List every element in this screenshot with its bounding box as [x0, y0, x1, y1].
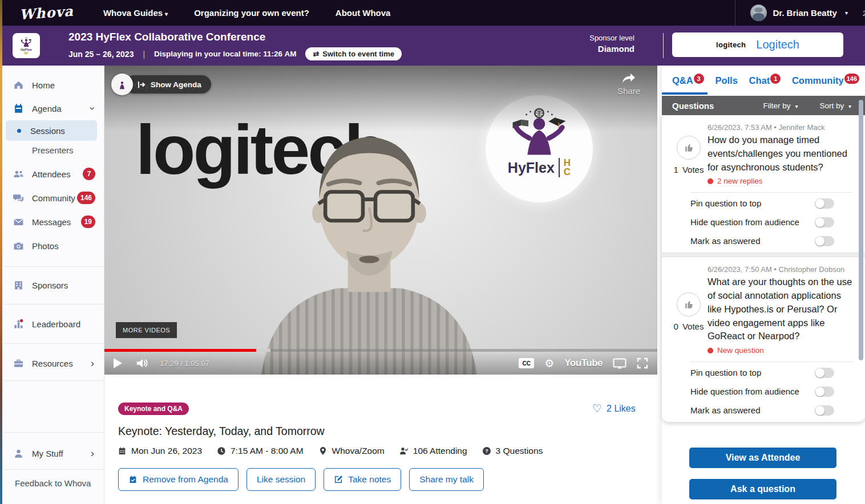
feedback-link[interactable]: Feedback to Whova — [15, 478, 91, 488]
question-meta: 6/26/2023, 7:53 AM • Jennifer Mack — [708, 123, 856, 132]
sidebar-item-home[interactable]: Home — [2, 75, 103, 95]
question-circle-icon: ? — [482, 446, 491, 456]
divider — [5, 304, 104, 304]
cast-icon[interactable] — [613, 358, 626, 369]
event-header: HyFlex HC 2023 HyFlex Collaborative Conf… — [0, 26, 865, 66]
sidebar-item-resources[interactable]: Resources › — [2, 353, 103, 373]
event-subheader: Jun 25 – 26, 2023 | Displaying in your l… — [68, 47, 402, 60]
more-videos-button[interactable]: MORE VIDEOS — [116, 322, 177, 338]
channel-avatar[interactable] — [111, 74, 133, 95]
take-notes-button[interactable]: Take notes — [324, 468, 401, 491]
active-tab-underline — [662, 92, 708, 95]
session-date: Mon Jun 26, 2023 — [118, 446, 202, 456]
sponsor-level: Sponsor level Diamond — [589, 34, 634, 54]
sidebar-item-leaderboard[interactable]: Leaderboard — [2, 314, 103, 334]
pin-question-toggle[interactable] — [815, 368, 834, 378]
thumbs-up-icon — [683, 299, 694, 310]
show-agenda-button[interactable]: Show Agenda — [125, 75, 211, 94]
like-session-button[interactable]: Like session — [246, 468, 316, 491]
hide-question-toggle[interactable] — [815, 217, 834, 227]
caret-down-icon: ▾ — [845, 10, 848, 16]
pin-question-toggle[interactable] — [815, 198, 834, 209]
sidebar: Home Agenda › Sessions Presenters Attend… — [0, 66, 104, 504]
hide-question-toggle[interactable] — [815, 387, 834, 397]
swap-arrows-icon: ⇄ — [313, 50, 319, 58]
sidebar-item-photos[interactable]: Photos — [2, 236, 103, 255]
sidebar-item-messages[interactable]: Messages 19 — [2, 212, 103, 231]
session-type-badge: Keynote and Q&A — [118, 403, 189, 415]
top-navbar: Whova Whova Guides▾ Organizing your own … — [0, 0, 865, 26]
nav-whova-guides[interactable]: Whova Guides▾ — [103, 8, 168, 18]
divider — [5, 469, 104, 470]
nav-about-whova[interactable]: About Whova — [336, 8, 391, 18]
vote-count: 1 Votes — [674, 165, 704, 174]
filter-by-dropdown[interactable]: Filter by ▾ — [763, 101, 798, 110]
tab-qa[interactable]: Q&A3 — [672, 75, 704, 87]
event-logo-tile[interactable]: HyFlex HC — [13, 33, 40, 58]
envelope-icon — [13, 217, 24, 227]
tile-mark-text: HC — [24, 51, 28, 55]
community-badge: 146 — [77, 192, 95, 204]
sponsor-link[interactable]: Logitech — [756, 38, 799, 51]
attendees-badge: 7 — [83, 168, 95, 180]
calendar-check-icon — [128, 475, 138, 484]
ask-a-question-button[interactable]: Ask a question — [689, 479, 836, 499]
share-arrow-icon — [621, 72, 636, 85]
view-as-attendee-button[interactable]: View as Attendee — [689, 448, 836, 468]
clock-icon — [217, 446, 226, 456]
card-separator — [662, 253, 865, 257]
remove-from-agenda-button[interactable]: Remove from Agenda — [118, 468, 239, 491]
mark-answered-toggle[interactable] — [815, 236, 834, 246]
building-icon — [13, 280, 24, 291]
sidebar-item-my-stuff[interactable]: My Stuff › — [2, 444, 103, 463]
chevron-right-icon: › — [91, 357, 94, 369]
video-controls-right: CC ⚙ YouTube — [519, 357, 648, 369]
fullscreen-icon[interactable] — [637, 357, 648, 369]
mark-answered-row: Mark as answered — [670, 231, 857, 250]
share-control[interactable]: Share — [617, 72, 640, 96]
sidebar-item-community[interactable]: Community 146 — [2, 188, 103, 208]
account-menu[interactable]: Dr. Brian Beatty ▾ — [735, 0, 865, 26]
session-questions-count: ? 3 Questions — [482, 446, 543, 456]
pin-question-row: Pin question to top — [670, 363, 857, 382]
sidebar-item-presenters[interactable]: Presenters — [2, 140, 103, 160]
sidebar-item-sessions[interactable]: Sessions — [6, 120, 97, 141]
tab-chat[interactable]: Chat1 — [749, 75, 781, 87]
location-pin-icon — [318, 446, 328, 456]
upvote-button[interactable] — [677, 292, 701, 316]
sidebar-item-attendees[interactable]: Attendees 7 — [2, 164, 103, 184]
sidebar-item-sponsors[interactable]: Sponsors — [2, 275, 103, 295]
people-icon — [13, 169, 24, 180]
whova-logo[interactable]: Whova — [19, 3, 74, 23]
sort-by-dropdown[interactable]: Sort by ▾ — [819, 101, 851, 110]
pin-question-row: Pin question to top — [670, 194, 857, 213]
logitech-wordmark: logitech — [716, 40, 746, 49]
share-my-talk-button[interactable]: Share my talk — [409, 468, 484, 491]
hyflex-wordmark: HyFlex H C — [508, 158, 571, 177]
speaker-on-video — [235, 105, 504, 375]
session-location: Whova/Zoom — [318, 446, 385, 456]
question-meta: 6/26/2023, 7:50 AM • Christopher Dobson — [708, 265, 856, 274]
tab-community[interactable]: Community146 — [792, 75, 859, 87]
likes-control[interactable]: ♡ 2 Likes — [592, 402, 636, 415]
sidebar-item-agenda[interactable]: Agenda › — [2, 99, 103, 118]
divider — [690, 361, 852, 362]
qa-scrollbar-thumb[interactable] — [859, 100, 863, 360]
switch-to-event-time-button[interactable]: ⇄ Switch to event time — [305, 47, 402, 60]
upvote-button[interactable] — [677, 136, 701, 160]
settings-gear-icon[interactable]: ⚙ — [544, 358, 554, 369]
thumbs-up-icon — [683, 142, 694, 153]
questions-list: 1 Votes 6/26/2023, 7:53 AM • Jennifer Ma… — [662, 115, 865, 422]
closed-captions-button[interactable]: CC — [519, 358, 534, 368]
play-button[interactable] — [114, 358, 122, 368]
sponsor-banner[interactable]: logitech Logitech — [672, 32, 843, 57]
edit-note-icon — [334, 475, 343, 484]
chevron-down-icon: › — [87, 107, 98, 110]
tab-polls[interactable]: Polls — [715, 75, 737, 86]
youtube-logo[interactable]: YouTube — [564, 357, 603, 369]
divider — [5, 432, 104, 433]
mark-answered-toggle[interactable] — [815, 405, 834, 416]
nav-organizing-event[interactable]: Organizing your own event? — [194, 8, 309, 18]
video-player[interactable]: logitech — [104, 66, 657, 375]
volume-button[interactable] — [136, 357, 148, 369]
